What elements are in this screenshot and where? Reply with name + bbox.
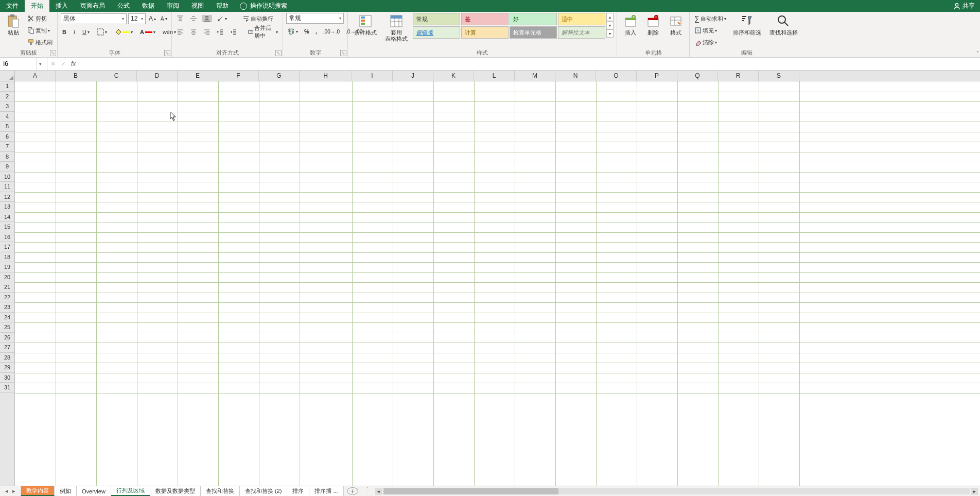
- tab-view[interactable]: 视图: [185, 0, 210, 12]
- font-color-button[interactable]: A ▾: [138, 29, 157, 35]
- row-header-26[interactable]: 26: [0, 333, 14, 343]
- decrease-font-button[interactable]: A▾: [159, 16, 169, 22]
- format-painter-button[interactable]: 格式刷: [26, 37, 54, 48]
- column-header-D[interactable]: D: [137, 71, 178, 81]
- cells-area[interactable]: [15, 81, 980, 486]
- delete-cells-button[interactable]: 删除: [643, 13, 663, 37]
- tab-formulas[interactable]: 公式: [111, 0, 136, 12]
- sort-filter-button[interactable]: 排序和筛选: [730, 13, 764, 37]
- align-top-button[interactable]: [175, 15, 185, 22]
- font-dialog-launcher[interactable]: ⤡: [164, 50, 170, 56]
- enter-formula-button[interactable]: ✓: [61, 60, 66, 67]
- column-header-M[interactable]: M: [515, 71, 555, 81]
- align-middle-button[interactable]: [188, 15, 199, 22]
- scroll-right-button[interactable]: ▸: [971, 488, 978, 495]
- row-header-22[interactable]: 22: [0, 293, 14, 303]
- tab-home[interactable]: 开始: [25, 0, 49, 12]
- insert-function-button[interactable]: fx: [71, 60, 76, 67]
- name-box[interactable]: ▾: [0, 58, 47, 70]
- font-name-combo[interactable]: 黑体▾: [61, 13, 127, 24]
- column-header-I[interactable]: I: [352, 71, 393, 81]
- column-header-R[interactable]: R: [718, 71, 759, 81]
- wrap-text-button[interactable]: 自动换行: [241, 15, 275, 23]
- insert-cells-button[interactable]: 插入: [620, 13, 641, 37]
- fill-color-button[interactable]: ▾: [113, 28, 134, 36]
- find-select-button[interactable]: 查找和选择: [766, 13, 801, 37]
- row-header-11[interactable]: 11: [0, 182, 14, 192]
- column-header-G[interactable]: G: [259, 71, 300, 81]
- gallery-up-button[interactable]: ▴: [606, 13, 614, 21]
- orientation-button[interactable]: ▾: [215, 15, 229, 22]
- row-header-6[interactable]: 6: [0, 132, 14, 142]
- column-header-B[interactable]: B: [56, 71, 96, 81]
- scroll-left-button[interactable]: ◂: [375, 488, 382, 495]
- row-header-14[interactable]: 14: [0, 212, 14, 223]
- row-header-30[interactable]: 30: [0, 373, 14, 383]
- row-header-29[interactable]: 29: [0, 363, 14, 373]
- merge-center-button[interactable]: 合并后居中▾: [247, 24, 279, 40]
- new-sheet-button[interactable]: +: [347, 487, 358, 495]
- decrease-indent-button[interactable]: [215, 28, 225, 36]
- font-size-combo[interactable]: 12▾: [128, 13, 146, 24]
- row-header-18[interactable]: 18: [0, 252, 14, 263]
- row-header-5[interactable]: 5: [0, 122, 14, 132]
- autosum-button[interactable]: ∑ 自动求和▾: [693, 13, 728, 24]
- row-header-4[interactable]: 4: [0, 112, 14, 122]
- format-cells-button[interactable]: 格式: [666, 13, 686, 37]
- row-header-25[interactable]: 25: [0, 322, 14, 333]
- tab-page-layout[interactable]: 页面布局: [74, 0, 111, 12]
- italic-button[interactable]: I: [72, 29, 77, 35]
- horizontal-scrollbar[interactable]: ◂ ▸: [373, 486, 980, 496]
- sheet-tab-3[interactable]: 行列及区域: [111, 486, 150, 496]
- tab-data[interactable]: 数据: [136, 0, 161, 12]
- column-header-H[interactable]: H: [300, 71, 352, 81]
- share-button[interactable]: 共享: [948, 0, 980, 12]
- cut-button[interactable]: 剪切: [26, 13, 54, 24]
- sheet-tab-4[interactable]: 数据及数据类型: [150, 486, 201, 496]
- row-header-2[interactable]: 2: [0, 92, 14, 102]
- align-right-button[interactable]: [202, 28, 212, 36]
- sheet-nav-first[interactable]: ◂: [5, 488, 8, 494]
- copy-button[interactable]: 复制 ▾: [26, 25, 54, 36]
- bold-button[interactable]: B: [61, 29, 68, 35]
- tab-help[interactable]: 帮助: [210, 0, 235, 12]
- style-normal[interactable]: 常规: [413, 13, 460, 25]
- row-header-31[interactable]: 31: [0, 383, 14, 393]
- gallery-more-button[interactable]: ▾: [606, 29, 614, 38]
- column-header-K[interactable]: K: [433, 71, 474, 81]
- name-box-dropdown[interactable]: ▾: [36, 58, 44, 70]
- name-box-input[interactable]: [0, 60, 36, 67]
- comma-button[interactable]: ,: [314, 28, 319, 35]
- formula-bar-input[interactable]: [79, 58, 980, 70]
- column-header-S[interactable]: S: [759, 71, 799, 81]
- row-header-23[interactable]: 23: [0, 302, 14, 313]
- tell-me-search[interactable]: 操作说明搜索: [235, 0, 292, 12]
- style-explanatory[interactable]: 解释性文本: [558, 26, 605, 39]
- collapse-ribbon-button[interactable]: ˄: [976, 50, 979, 56]
- style-neutral[interactable]: 适中: [558, 13, 605, 25]
- column-header-N[interactable]: N: [555, 71, 596, 81]
- sheet-tab-7[interactable]: 排序: [287, 486, 309, 496]
- clipboard-dialog-launcher[interactable]: ⤡: [50, 50, 56, 56]
- sheet-tab-2[interactable]: Overview: [77, 486, 111, 496]
- row-header-21[interactable]: 21: [0, 282, 14, 293]
- row-header-3[interactable]: 3: [0, 101, 14, 112]
- paste-button[interactable]: 粘贴: [3, 13, 24, 37]
- column-header-J[interactable]: J: [393, 71, 433, 81]
- style-hyperlink[interactable]: 超链接: [413, 26, 460, 39]
- underline-button[interactable]: U▾: [81, 29, 91, 35]
- column-header-P[interactable]: P: [637, 71, 677, 81]
- increase-decimal-button[interactable]: .00→.0: [322, 29, 341, 35]
- scroll-track[interactable]: [383, 488, 970, 494]
- row-header-10[interactable]: 10: [0, 172, 14, 182]
- row-header-9[interactable]: 9: [0, 162, 14, 172]
- column-header-L[interactable]: L: [474, 71, 515, 81]
- select-all-corner[interactable]: [0, 71, 15, 81]
- border-button[interactable]: ▾: [95, 28, 109, 36]
- scroll-thumb[interactable]: [383, 488, 558, 494]
- tab-review[interactable]: 审阅: [161, 0, 185, 12]
- percent-button[interactable]: %: [303, 28, 311, 35]
- row-header-13[interactable]: 13: [0, 202, 14, 212]
- accounting-format-button[interactable]: 💱▾: [286, 28, 300, 35]
- number-format-combo[interactable]: 常规▾: [286, 13, 344, 24]
